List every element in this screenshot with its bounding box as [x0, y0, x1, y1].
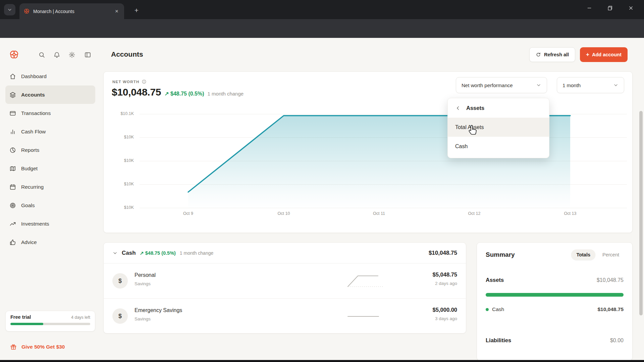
sidebar-item-advice[interactable]: Advice [5, 233, 95, 251]
layers-icon [9, 92, 16, 98]
minimize-button[interactable] [579, 0, 600, 16]
net-worth-period: 1 month change [208, 91, 244, 97]
trial-progress-fill [10, 323, 43, 325]
chart-plot [140, 109, 629, 213]
search-icon[interactable] [38, 51, 45, 58]
sidebar-item-budget[interactable]: Budget [5, 159, 95, 178]
chevron-down-icon [613, 82, 619, 88]
y-axis-tick-label: $10K [114, 205, 134, 210]
new-tab-button[interactable]: + [131, 5, 142, 15]
sidebar: DashboardAccountsTransactionsCash FlowRe… [0, 67, 101, 361]
map-icon [9, 165, 16, 172]
info-icon[interactable] [142, 79, 147, 84]
summary-cash-label: Cash [492, 306, 504, 312]
cash-total: $10,048.75 [429, 250, 457, 256]
sidebar-item-accounts[interactable]: Accounts [5, 85, 95, 104]
summary-toggle: Totals Percent [571, 249, 624, 260]
chevron-down-icon [7, 7, 12, 12]
add-account-button[interactable]: + Add account [580, 47, 628, 62]
assets-value: $10,048.75 [597, 277, 624, 283]
dropdown-back-header[interactable]: Assets [448, 98, 549, 118]
sidebar-item-label: Advice [21, 239, 37, 245]
card-icon [9, 110, 16, 117]
sidebar-item-goals[interactable]: Goals [5, 196, 95, 215]
chart-type-dropdown-menu: Assets Total AssetsCash [447, 98, 549, 158]
y-axis-tick-label: $10K [114, 135, 134, 139]
sidebar-item-investments[interactable]: Investments [5, 215, 95, 233]
sidebar-item-label: Transactions [21, 110, 51, 116]
bars-icon [9, 128, 16, 135]
sidebar-toggle-icon[interactable] [84, 51, 91, 58]
sidebar-item-label: Investments [21, 221, 49, 227]
liabilities-label: Liabilities [486, 337, 511, 344]
sidebar-item-label: Recurring [21, 184, 44, 190]
chart-type-select[interactable]: Net worth performance [456, 77, 547, 93]
y-axis-tick-label: $10K [114, 158, 134, 163]
sidebar-item-label: Budget [21, 166, 38, 172]
cash-legend-dot [486, 308, 489, 311]
y-axis-tick-label: $10K [114, 182, 134, 186]
sidebar-item-recurring[interactable]: Recurring [5, 178, 95, 196]
toggle-totals[interactable]: Totals [571, 249, 595, 260]
browser-tab-strip: Monarch | Accounts × + [0, 0, 644, 19]
dropdown-header-label: Assets [466, 105, 484, 111]
net-worth-label: NET WORTH [112, 80, 139, 84]
monarch-logo[interactable] [9, 49, 19, 60]
restore-button[interactable] [600, 0, 621, 16]
sidebar-item-reports[interactable]: Reports [5, 141, 95, 159]
tab-list-button[interactable] [4, 4, 15, 15]
account-row-emergency-savings[interactable]: $Emergency SavingsSavings$5,000.003 days… [104, 298, 466, 333]
sidebar-item-cash-flow[interactable]: Cash Flow [5, 122, 95, 141]
settings-gear-icon[interactable] [68, 51, 75, 58]
assets-breakdown-bar [486, 293, 624, 297]
cash-period: 1 month change [180, 250, 213, 256]
refresh-icon [536, 52, 541, 57]
account-updated: 3 days ago [435, 316, 457, 321]
sidebar-item-dashboard[interactable]: Dashboard [5, 67, 95, 85]
thumb-icon [9, 239, 16, 246]
net-worth-card: NET WORTH $10,048.75 ↗ $48.75 (0.5%) 1 m… [103, 71, 633, 233]
account-name: Emergency Savings [135, 307, 182, 313]
refresh-all-button[interactable]: Refresh all [529, 47, 575, 62]
trial-progress-track [10, 323, 90, 325]
referral-promo-link[interactable]: Give 50% Get $30 [10, 344, 65, 350]
dropdown-item-cash[interactable]: Cash [448, 137, 549, 156]
calendar-icon [9, 184, 16, 190]
tab-close-icon[interactable]: × [113, 8, 120, 15]
trend-up-icon: ↗ [140, 250, 144, 256]
close-window-button[interactable] [621, 0, 641, 16]
net-worth-change: $48.75 (0.5%) [170, 91, 204, 97]
sidebar-item-label: Goals [21, 202, 35, 208]
account-balance: $5,000.00 [433, 307, 457, 313]
toggle-percent[interactable]: Percent [597, 249, 624, 260]
dollar-circle-icon: $ [112, 308, 128, 324]
browser-toolbar: app.monarchmoney.com/accounts?chartType=… [0, 19, 644, 38]
summary-card: Summary Totals Percent Assets $10,048.75… [477, 242, 633, 361]
pie-icon [9, 147, 16, 154]
notifications-bell-icon[interactable] [53, 51, 60, 58]
liabilities-value: $0.00 [610, 338, 624, 344]
summary-cash-row[interactable]: Cash $10,048.75 [486, 306, 624, 312]
account-balance: $5,048.75 [433, 272, 457, 278]
monarch-favicon [23, 8, 30, 14]
dollar-circle-icon: $ [112, 273, 128, 289]
sidebar-item-label: Reports [21, 147, 39, 153]
sidebar-item-label: Cash Flow [21, 129, 46, 135]
plus-icon: + [586, 51, 589, 58]
browser-tab[interactable]: Monarch | Accounts × [19, 3, 124, 19]
dropdown-item-total-assets[interactable]: Total Assets [448, 118, 549, 137]
scrollbar-thumb[interactable] [639, 111, 643, 315]
target-icon [9, 202, 16, 209]
cash-group-card: Cash ↗ $48.75 (0.5%) 1 month change $10,… [103, 242, 466, 334]
sidebar-item-transactions[interactable]: Transactions [5, 104, 95, 122]
account-name: Personal [135, 272, 156, 278]
tab-title: Monarch | Accounts [33, 9, 110, 14]
chevron-down-icon [536, 82, 541, 88]
net-worth-value: $10,048.75 [112, 86, 161, 98]
timeframe-select[interactable]: 1 month [557, 77, 624, 93]
gift-icon [10, 344, 17, 350]
chevron-down-icon[interactable] [112, 250, 118, 256]
account-sparkline [344, 308, 387, 324]
cash-group-header[interactable]: Cash ↗ $48.75 (0.5%) 1 month change $10,… [104, 243, 466, 263]
account-row-personal[interactable]: $PersonalSavings$5,048.752 days ago [104, 263, 466, 298]
